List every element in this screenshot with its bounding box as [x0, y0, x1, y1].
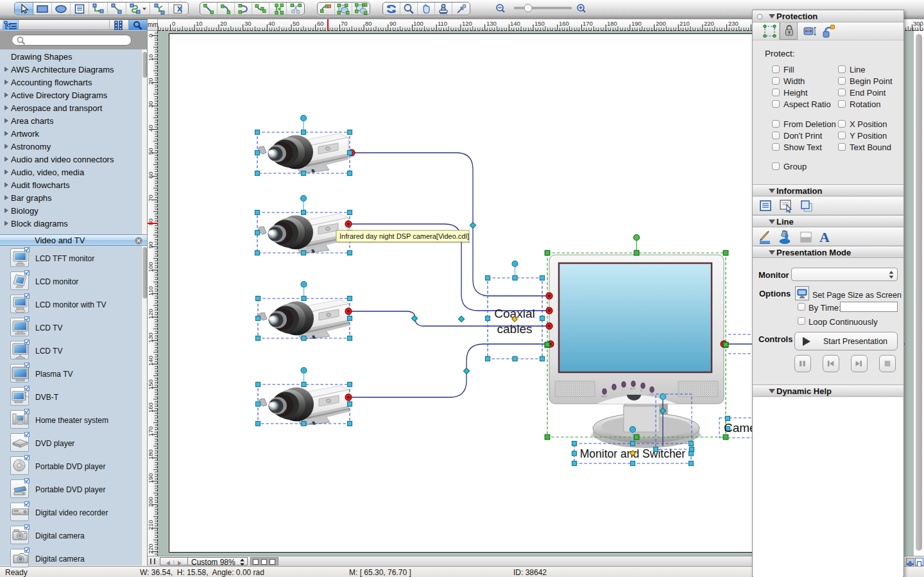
- svg-text:90: 90: [389, 20, 397, 27]
- svg-text:200: 200: [656, 20, 666, 27]
- svg-text:100: 100: [148, 262, 154, 272]
- svg-text:80: 80: [148, 218, 154, 225]
- svg-text:IN: IN: [640, 390, 642, 392]
- svg-text:210: 210: [148, 520, 154, 530]
- svg-text:100: 100: [413, 20, 424, 27]
- svg-text:80: 80: [365, 20, 372, 27]
- svg-text:50: 50: [148, 148, 154, 155]
- svg-text:170: 170: [148, 426, 154, 436]
- svg-text:150: 150: [535, 20, 545, 27]
- svg-text:0: 0: [148, 34, 154, 37]
- svg-text:230: 230: [728, 20, 739, 27]
- svg-text:180: 180: [607, 20, 617, 27]
- svg-text:300: 300: [913, 20, 923, 27]
- svg-text:10: 10: [196, 20, 203, 27]
- svg-text:70: 70: [341, 20, 348, 27]
- svg-text:20: 20: [148, 78, 154, 85]
- svg-text:110: 110: [148, 286, 154, 296]
- svg-text:30: 30: [148, 101, 154, 108]
- svg-text:30: 30: [244, 20, 252, 27]
- svg-text:120: 120: [462, 20, 472, 27]
- svg-text:-: -: [612, 391, 612, 393]
- svg-text:Infrared day night DSP camera[: Infrared day night DSP camera[Video.cdl]: [339, 232, 469, 240]
- svg-text:120: 120: [148, 309, 154, 319]
- svg-text:60: 60: [148, 171, 154, 178]
- svg-text:10: 10: [148, 54, 154, 61]
- svg-text:180: 180: [148, 449, 154, 460]
- svg-text:60: 60: [317, 20, 324, 27]
- svg-text:40: 40: [148, 125, 154, 132]
- svg-text:220: 220: [704, 20, 714, 27]
- svg-text:20: 20: [220, 20, 227, 27]
- svg-text:150: 150: [148, 379, 154, 390]
- svg-text:50: 50: [293, 20, 300, 27]
- svg-text:AUTO: AUTO: [630, 388, 636, 390]
- svg-text:PWR: PWR: [649, 393, 654, 396]
- svg-text:cables: cables: [497, 322, 533, 336]
- svg-text:160: 160: [559, 20, 569, 27]
- svg-text:170: 170: [583, 20, 593, 27]
- svg-text:190: 190: [631, 20, 642, 27]
- svg-text:130: 130: [486, 20, 497, 27]
- svg-text:MENU: MENU: [601, 395, 607, 398]
- svg-text:40: 40: [268, 20, 275, 27]
- svg-text:130: 130: [148, 332, 154, 343]
- svg-text:90: 90: [148, 241, 154, 248]
- svg-text:70: 70: [148, 194, 154, 202]
- svg-text:160: 160: [148, 402, 154, 413]
- svg-text:+: +: [622, 388, 623, 391]
- svg-text:190: 190: [148, 473, 154, 483]
- svg-text:210: 210: [680, 20, 690, 27]
- svg-text:220: 220: [148, 544, 154, 554]
- svg-text:0: 0: [172, 20, 175, 27]
- svg-text:110: 110: [438, 20, 447, 27]
- svg-text:140: 140: [148, 356, 154, 366]
- svg-text:200: 200: [148, 497, 154, 507]
- svg-text:140: 140: [510, 20, 520, 27]
